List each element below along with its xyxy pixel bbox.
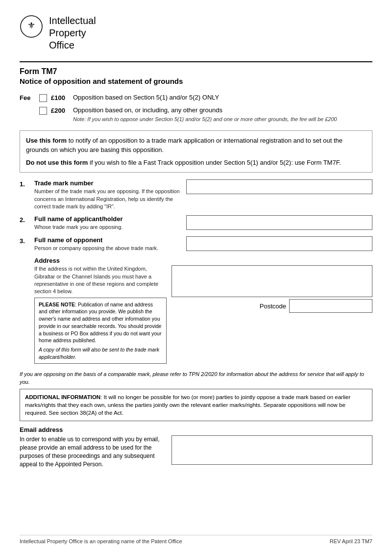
postcode-label: Postcode [260, 302, 286, 310]
form-title-section: Form TM7 Notice of opposition and statem… [20, 61, 372, 85]
form-subtitle: Notice of opposition and statement of gr… [20, 77, 372, 85]
opponent-name-input[interactable] [186, 236, 372, 251]
fee-desc-2: Opposition based on, or including, any o… [73, 106, 372, 124]
section-3-input-col [186, 236, 372, 251]
section-1-input-col [186, 179, 372, 194]
email-row: In order to enable us to correspond with… [20, 435, 372, 468]
crest-icon: ⚜ [20, 15, 43, 38]
info-box: Use this form to notify of an opposition… [20, 130, 372, 173]
header: ⚜ IntellectualPropertyOffice [20, 15, 372, 51]
section-1-num: 1. [20, 179, 29, 188]
email-section: Email address In order to enable us to c… [20, 426, 372, 468]
address-section: Address If the address is not within the… [34, 257, 372, 367]
fee-section: Fee £100 Opposition based on Section 5(1… [20, 93, 372, 124]
fee-amount-1: £100 [51, 93, 73, 101]
fee-amount-2: £200 [51, 106, 73, 114]
footer-left: Intellectual Property Office is an opera… [20, 538, 182, 544]
italic-note: If you are opposing on the basis of a co… [20, 371, 372, 386]
section-3-num: 3. [20, 236, 29, 245]
postcode-input[interactable] [289, 299, 372, 313]
org-name: IntellectualPropertyOffice [49, 15, 96, 51]
email-title: Email address [20, 426, 372, 433]
trade-mark-number-input[interactable] [186, 179, 372, 194]
copy-note: A copy of this form will also be sent to… [39, 346, 162, 360]
section-2-input-col [186, 215, 372, 230]
additional-box: ADDITIONAL INFORMATION: It will no longe… [20, 389, 372, 421]
section-1: 1. Trade mark number Number of the trade… [20, 179, 372, 210]
fee-checkbox-2[interactable] [39, 107, 47, 115]
section-2-label: Full name of applicant/holder Whose trad… [34, 215, 181, 231]
fee-row-2: £200 Opposition based on, or including, … [20, 106, 372, 124]
info-line-2: Do not use this form if you wish to file… [26, 158, 366, 168]
page: ⚜ IntellectualPropertyOffice Form TM7 No… [0, 0, 392, 554]
fee-checkbox-1[interactable] [39, 94, 47, 102]
footer-right: REV April 23 TM7 [330, 538, 372, 544]
address-input[interactable] [172, 265, 372, 297]
section-2: 2. Full name of applicant/holder Whose t… [20, 215, 372, 231]
email-input-col [172, 435, 372, 465]
section-1-label: Trade mark number Number of the trade ma… [34, 179, 181, 210]
svg-text:⚜: ⚜ [27, 21, 35, 30]
fee-row-1: Fee £100 Opposition based on Section 5(1… [20, 93, 372, 102]
please-note-box: PLEASE NOTE: Publication of name and add… [34, 298, 167, 364]
address-input-col: Postcode [172, 265, 372, 367]
fee-note: Note: If you wish to oppose under Sectio… [73, 116, 372, 123]
postcode-row: Postcode [172, 299, 372, 313]
fee-label: Fee [20, 93, 39, 101]
section-3-label: Full name of opponent Person or company … [34, 236, 181, 252]
applicant-name-input[interactable] [186, 215, 372, 230]
fee-desc-1: Opposition based on Section 5(1) and/or … [73, 93, 372, 102]
email-desc: In order to enable us to correspond with… [20, 435, 167, 468]
email-input[interactable] [172, 435, 372, 465]
address-row: If the address is not within the United … [34, 265, 372, 367]
address-label-col: If the address is not within the United … [34, 265, 167, 367]
info-line-1: Use this form to notify of an opposition… [26, 136, 366, 155]
footer: Intellectual Property Office is an opera… [20, 535, 372, 544]
address-title: Address [34, 257, 372, 264]
form-title: Form TM7 [20, 67, 372, 76]
section-3: 3. Full name of opponent Person or compa… [20, 236, 372, 252]
section-2-num: 2. [20, 215, 29, 224]
